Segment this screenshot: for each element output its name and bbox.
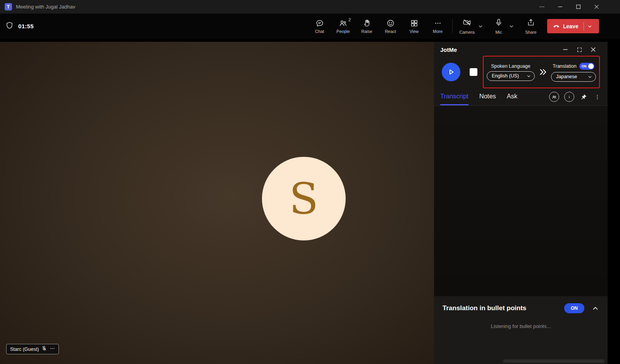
toolbar-center: Chat 2 People Raise React bbox=[308, 14, 450, 39]
translation-language-value: Japanese bbox=[556, 74, 577, 79]
participant-more-icon[interactable] bbox=[50, 346, 55, 353]
info-icon[interactable] bbox=[564, 92, 574, 102]
mic-muted-icon bbox=[41, 346, 47, 353]
tab-ask[interactable]: Ask bbox=[507, 93, 518, 105]
tab-transcript[interactable]: Transcript bbox=[440, 93, 468, 105]
mic-icon bbox=[494, 18, 503, 28]
jotme-panel: JotMe Spoken Language English (US) bbox=[434, 42, 608, 364]
more-button[interactable]: More bbox=[426, 14, 450, 39]
title-bar: T Meeting with Jugal Jadhav bbox=[0, 0, 620, 14]
toolbar-left: 01:55 bbox=[5, 14, 34, 39]
transcript-area bbox=[434, 106, 608, 296]
panel-tabs: Transcript Notes Ask bbox=[434, 88, 608, 106]
toolbar-devices: Camera Mic Share bbox=[458, 14, 541, 39]
window-controls bbox=[533, 0, 606, 14]
panel-minimize-icon[interactable] bbox=[561, 45, 570, 54]
participants-icon[interactable] bbox=[549, 92, 559, 102]
spoken-language-group: Spoken Language English (US) bbox=[487, 64, 535, 81]
panel-expand-icon[interactable] bbox=[575, 45, 584, 54]
tab-notes[interactable]: Notes bbox=[479, 93, 496, 105]
toggle-knob bbox=[588, 64, 594, 69]
camera-off-icon bbox=[462, 18, 472, 28]
camera-button[interactable]: Camera bbox=[458, 14, 476, 39]
participant-name-pill: Starc (Guest) bbox=[6, 344, 59, 354]
share-icon bbox=[527, 18, 535, 28]
title-bar-left: T Meeting with Jugal Jadhav bbox=[0, 3, 75, 10]
people-button[interactable]: 2 People bbox=[331, 14, 355, 39]
react-label: React bbox=[385, 29, 396, 34]
spoken-language-label: Spoken Language bbox=[491, 64, 530, 69]
people-label: People bbox=[336, 29, 350, 34]
bullet-points-header: Translation in bullet points ON bbox=[434, 296, 608, 313]
bullet-points-title: Translation in bullet points bbox=[443, 304, 526, 312]
close-icon[interactable] bbox=[587, 0, 606, 14]
mic-label: Mic bbox=[495, 30, 502, 34]
collapse-chevron-icon[interactable] bbox=[591, 304, 600, 313]
people-count-badge: 2 bbox=[348, 17, 351, 22]
shield-icon[interactable] bbox=[5, 21, 14, 31]
maximize-icon[interactable] bbox=[569, 0, 587, 14]
translation-group: Translation ON Japanese bbox=[551, 63, 596, 82]
raise-label: Raise bbox=[361, 29, 372, 34]
panel-header-controls bbox=[561, 42, 598, 57]
view-label: View bbox=[410, 29, 419, 34]
stop-button[interactable] bbox=[470, 68, 477, 76]
bullet-points-toggle-state: ON bbox=[571, 306, 578, 311]
spoken-language-value: English (US) bbox=[492, 73, 519, 79]
share-button[interactable]: Share bbox=[521, 14, 541, 39]
meeting-timer: 01:55 bbox=[18, 23, 34, 29]
horizontal-scrollbar[interactable] bbox=[503, 359, 604, 363]
participant-avatar: S bbox=[262, 157, 346, 240]
bullet-points-toggle[interactable]: ON bbox=[564, 303, 584, 313]
share-label: Share bbox=[525, 30, 536, 34]
translation-label: Translation bbox=[553, 64, 576, 69]
view-button[interactable]: View bbox=[402, 14, 426, 39]
participant-name: Starc (Guest) bbox=[10, 347, 39, 352]
camera-label: Camera bbox=[459, 30, 474, 34]
react-button[interactable]: React bbox=[379, 14, 402, 39]
language-settings-annotation: Spoken Language English (US) Translation… bbox=[483, 56, 600, 88]
panel-title: JotMe bbox=[440, 46, 457, 53]
kebab-menu-icon[interactable] bbox=[593, 92, 601, 101]
avatar-initial: S bbox=[289, 174, 318, 223]
more-label: More bbox=[433, 29, 443, 34]
hangup-icon bbox=[553, 22, 560, 31]
meeting-toolbar: 01:55 Chat 2 People Raise bbox=[0, 14, 620, 39]
translation-language-select[interactable]: Japanese bbox=[551, 72, 596, 82]
mic-button[interactable]: Mic bbox=[491, 14, 507, 39]
meeting-window: T Meeting with Jugal Jadhav 01:55 bbox=[0, 0, 620, 364]
more-icon bbox=[434, 19, 442, 27]
translation-toggle-state: ON bbox=[582, 64, 587, 68]
titlebar-more-icon[interactable] bbox=[533, 0, 551, 14]
toolbar-divider bbox=[452, 19, 453, 33]
chat-icon bbox=[315, 19, 324, 27]
mic-dropdown-chevron[interactable] bbox=[507, 14, 516, 39]
view-icon bbox=[410, 19, 418, 27]
react-icon bbox=[386, 19, 395, 27]
pin-icon[interactable] bbox=[579, 92, 588, 101]
tabs-icons bbox=[549, 92, 601, 105]
teams-logo-icon: T bbox=[5, 3, 12, 10]
leave-label: Leave bbox=[563, 23, 579, 29]
bullet-points-status: Listening for bullet points... bbox=[434, 323, 608, 329]
play-button[interactable] bbox=[442, 63, 460, 81]
double-chevron-icon bbox=[539, 68, 547, 76]
window-title: Meeting with Jugal Jadhav bbox=[16, 4, 75, 10]
raise-hand-icon bbox=[363, 19, 371, 27]
camera-dropdown-chevron[interactable] bbox=[476, 14, 485, 39]
people-icon: 2 bbox=[339, 19, 348, 27]
chat-button[interactable]: Chat bbox=[308, 14, 331, 39]
chat-label: Chat bbox=[315, 29, 324, 34]
translation-toggle[interactable]: ON bbox=[579, 63, 594, 70]
bullet-points-section: Translation in bullet points ON Listenin… bbox=[434, 296, 608, 364]
leave-button[interactable]: Leave bbox=[547, 19, 599, 33]
leave-dropdown-chevron[interactable] bbox=[584, 19, 596, 33]
minimize-icon[interactable] bbox=[551, 0, 569, 14]
panel-close-icon[interactable] bbox=[589, 45, 598, 54]
raise-hand-button[interactable]: Raise bbox=[355, 14, 379, 39]
spoken-language-select[interactable]: English (US) bbox=[487, 71, 535, 81]
video-stage: S Starc (Guest) bbox=[0, 42, 434, 364]
